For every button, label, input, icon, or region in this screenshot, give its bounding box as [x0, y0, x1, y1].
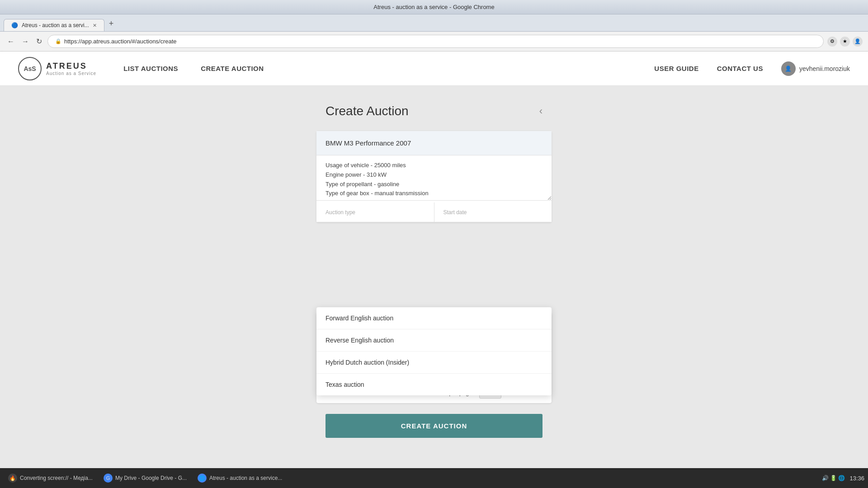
- clock: 13:36: [849, 475, 864, 482]
- taskbar-item-2[interactable]: G My Drive - Google Drive - G...: [99, 472, 191, 484]
- content-wrapper: Usage of vehicle - 25000 miles Engine po…: [316, 131, 552, 438]
- taskbar-right: 🔊 🔋 🌐 13:36: [822, 475, 864, 482]
- user-avatar: 👤: [781, 61, 796, 76]
- tab-bar: 🔵 Atreus - auction as a servi... ✕ +: [0, 14, 868, 32]
- lock-icon: 🔒: [55, 38, 61, 44]
- user-info[interactable]: 👤 yevhenii.moroziuk: [781, 61, 850, 76]
- nav-contact-us[interactable]: CONTACT US: [717, 65, 763, 72]
- extensions-icon[interactable]: ⚙: [827, 37, 837, 47]
- nav-user-guide[interactable]: USER GUIDE: [654, 65, 698, 72]
- url-text: https://app.atreus.auction/#/auctions/cr…: [64, 38, 177, 45]
- browser-title-text: Atreus - auction as a service - Google C…: [4, 4, 864, 10]
- create-auction-btn[interactable]: CREATE AUCTION: [326, 414, 542, 438]
- app-header: AsS ATREUS Auction as a Service LIST AUC…: [0, 52, 868, 86]
- taskbar-label-2: My Drive - Google Drive - G...: [115, 475, 187, 481]
- taskbar-label-3: Atreus - auction as a service...: [209, 475, 282, 481]
- auction-description-textarea[interactable]: Usage of vehicle - 25000 miles Engine po…: [316, 155, 552, 201]
- tab-close-btn[interactable]: ✕: [93, 23, 97, 28]
- browser-tab[interactable]: 🔵 Atreus - auction as a servi... ✕: [4, 19, 104, 31]
- taskbar-label-1: Converting screen:// - Медіа...: [20, 475, 93, 481]
- address-bar: ← → ↻ 🔒 https://app.atreus.auction/#/auc…: [0, 32, 868, 52]
- logo-title: ATREUS: [46, 61, 96, 71]
- dropdown-option-2-label: Reverse English auction: [326, 337, 394, 344]
- nav-create-auction[interactable]: CREATE AUCTION: [201, 65, 264, 72]
- submit-area: CREATE AUCTION: [316, 414, 552, 438]
- tab-label: Atreus - auction as a servi...: [22, 22, 89, 28]
- form-field-left[interactable]: Auction type: [316, 202, 434, 222]
- taskbar-item-1[interactable]: 🔥 Converting screen:// - Медіа...: [4, 472, 97, 484]
- nav-list-auctions[interactable]: LIST AUCTIONS: [123, 65, 178, 72]
- logo-initials: AsS: [24, 65, 36, 72]
- form-row: Auction type Start date: [316, 202, 552, 222]
- field-label-right: Start date: [443, 209, 467, 216]
- back-btn[interactable]: ←: [5, 36, 16, 47]
- dropdown-option-4-label: Texas auction: [326, 381, 364, 388]
- dropdown-item-2[interactable]: Reverse English auction: [316, 329, 552, 352]
- taskbar-item-3[interactable]: 🌐 Atreus - auction as a service...: [193, 472, 287, 484]
- logo-circle: AsS: [18, 57, 42, 80]
- taskbar-icon-2: G: [104, 474, 113, 483]
- tab-favicon: 🔵: [11, 22, 18, 28]
- new-tab-btn[interactable]: +: [104, 16, 118, 31]
- dropdown-item-3[interactable]: Hybrid Dutch auction (Insider): [316, 352, 552, 374]
- auction-type-dropdown[interactable]: Forward English auction Reverse English …: [316, 307, 552, 395]
- browser-title-bar: Atreus - auction as a service - Google C…: [0, 0, 868, 14]
- main-content: Create Auction ‹ Usage of vehicle - 2500…: [0, 86, 868, 488]
- taskbar: 🔥 Converting screen:// - Медіа... G My D…: [0, 468, 868, 488]
- field-label-left: Auction type: [326, 209, 355, 216]
- dropdown-item-4[interactable]: Texas auction: [316, 374, 552, 395]
- forward-btn[interactable]: →: [20, 36, 31, 47]
- logo-area: AsS ATREUS Auction as a Service: [18, 57, 96, 80]
- avatar-initials: 👤: [785, 66, 792, 72]
- page-title-row: Create Auction ‹: [316, 104, 552, 118]
- browser-toolbar: ⚙ ★ 👤: [827, 37, 863, 47]
- dropdown-item-1[interactable]: Forward English auction: [316, 307, 552, 329]
- collapse-btn[interactable]: ‹: [539, 105, 542, 117]
- bookmark-icon[interactable]: ★: [840, 37, 850, 47]
- taskbar-icons-systray: 🔊 🔋 🌐: [822, 475, 845, 481]
- logo-text: ATREUS Auction as a Service: [46, 61, 96, 76]
- taskbar-icon-1: 🔥: [8, 474, 17, 483]
- form-card: Usage of vehicle - 25000 miles Engine po…: [316, 131, 552, 222]
- reload-btn[interactable]: ↻: [34, 35, 44, 47]
- auction-title-input[interactable]: [316, 131, 552, 155]
- username: yevhenii.moroziuk: [799, 65, 850, 72]
- dropdown-option-3-label: Hybrid Dutch auction (Insider): [326, 359, 409, 366]
- profile-icon[interactable]: 👤: [853, 37, 863, 47]
- logo-subtitle: Auction as a Service: [46, 71, 96, 76]
- taskbar-icon-3: 🌐: [198, 474, 207, 483]
- nav-links: LIST AUCTIONS CREATE AUCTION: [123, 65, 654, 72]
- page-title: Create Auction: [326, 104, 409, 118]
- form-field-right[interactable]: Start date: [434, 202, 552, 222]
- dropdown-option-1-label: Forward English auction: [326, 314, 393, 322]
- header-right: USER GUIDE CONTACT US 👤 yevhenii.moroziu…: [654, 61, 850, 76]
- url-bar[interactable]: 🔒 https://app.atreus.auction/#/auctions/…: [47, 35, 824, 48]
